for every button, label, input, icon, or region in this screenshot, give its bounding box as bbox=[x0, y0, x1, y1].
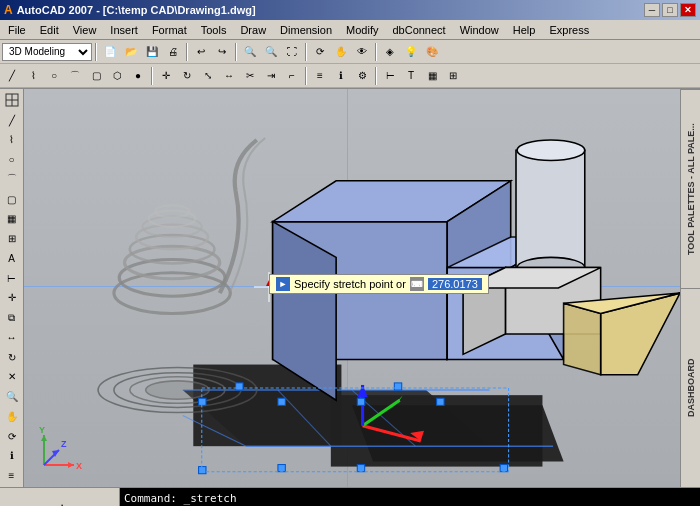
svg-rect-49 bbox=[437, 398, 444, 405]
menu-dimension[interactable]: Dimension bbox=[274, 22, 338, 38]
menu-window[interactable]: Window bbox=[454, 22, 505, 38]
tb-view[interactable]: 👁 bbox=[352, 42, 372, 62]
lt-rectangle[interactable]: ▢ bbox=[2, 190, 22, 209]
lt-erase[interactable]: ✕ bbox=[2, 368, 22, 387]
tb-circle[interactable]: ○ bbox=[44, 66, 64, 86]
lt-zoom[interactable]: 🔍 bbox=[2, 387, 22, 406]
canvas-area[interactable]: ► Specify stretch point or ⌨ 276.0173 X … bbox=[24, 89, 680, 487]
tb-zoom-in[interactable]: 🔍 bbox=[240, 42, 260, 62]
toolbar-sep6 bbox=[151, 67, 153, 85]
tb-zoom-out[interactable]: 🔍 bbox=[261, 42, 281, 62]
minimize-button[interactable]: ─ bbox=[644, 3, 660, 17]
lt-move[interactable]: ✛ bbox=[2, 289, 22, 308]
lt-block[interactable]: ⊞ bbox=[2, 229, 22, 248]
tb-extend[interactable]: ⇥ bbox=[261, 66, 281, 86]
tb-box[interactable]: ▢ bbox=[86, 66, 106, 86]
lt-arc[interactable]: ⌒ bbox=[2, 170, 22, 189]
lt-hatch[interactable]: ▦ bbox=[2, 210, 22, 229]
tb-redo[interactable]: ↪ bbox=[212, 42, 232, 62]
left-toolbar: ╱ ⌇ ○ ⌒ ▢ ▦ ⊞ A ⊢ ✛ ⧉ ↔ ↻ ✕ 🔍 ✋ ⟳ ℹ ≡ bbox=[0, 89, 24, 487]
tb-polyline[interactable]: ⌇ bbox=[23, 66, 43, 86]
tb-properties[interactable]: ℹ bbox=[331, 66, 351, 86]
tb-matchprop[interactable]: ⚙ bbox=[352, 66, 372, 86]
svg-rect-19 bbox=[516, 150, 585, 267]
workspace-dropdown[interactable]: 3D Modeling AutoCAD Classic 2D Drafting … bbox=[2, 43, 92, 61]
menu-draw[interactable]: Draw bbox=[234, 22, 272, 38]
command-window[interactable]: Command: _stretch Select objects to stre… bbox=[120, 488, 700, 506]
svg-marker-64 bbox=[41, 435, 47, 441]
lt-polyline[interactable]: ⌇ bbox=[2, 131, 22, 150]
command-panel-label: COMMA... bbox=[0, 488, 120, 506]
lt-pan[interactable]: ✋ bbox=[2, 407, 22, 426]
tb-sphere[interactable]: ● bbox=[128, 66, 148, 86]
main-area: ╱ ⌇ ○ ⌒ ▢ ▦ ⊞ A ⊢ ✛ ⧉ ↔ ↻ ✕ 🔍 ✋ ⟳ ℹ ≡ bbox=[0, 89, 700, 487]
menu-format[interactable]: Format bbox=[146, 22, 193, 38]
svg-marker-6 bbox=[352, 405, 564, 461]
lt-layer[interactable]: ≡ bbox=[2, 466, 22, 485]
maximize-button[interactable]: □ bbox=[662, 3, 678, 17]
lt-rotate[interactable]: ↻ bbox=[2, 348, 22, 367]
menu-tools[interactable]: Tools bbox=[195, 22, 233, 38]
ucs-icon: X Y Z bbox=[34, 425, 84, 477]
tb-open[interactable]: 📂 bbox=[121, 42, 141, 62]
toolbar-row1: 3D Modeling AutoCAD Classic 2D Drafting … bbox=[0, 40, 700, 64]
menu-bar: File Edit View Insert Format Tools Draw … bbox=[0, 20, 700, 40]
tb-pan[interactable]: ✋ bbox=[331, 42, 351, 62]
lt-circle[interactable]: ○ bbox=[2, 150, 22, 169]
toolbar-area: 3D Modeling AutoCAD Classic 2D Drafting … bbox=[0, 40, 700, 89]
lt-dim[interactable]: ⊢ bbox=[2, 269, 22, 288]
menu-file[interactable]: File bbox=[2, 22, 32, 38]
lt-stretch[interactable]: ↔ bbox=[2, 328, 22, 347]
tb-undo[interactable]: ↩ bbox=[191, 42, 211, 62]
close-button[interactable]: ✕ bbox=[680, 3, 696, 17]
tb-zoom-fit[interactable]: ⛶ bbox=[282, 42, 302, 62]
menu-view[interactable]: View bbox=[67, 22, 103, 38]
tb-stretch[interactable]: ↔ bbox=[219, 66, 239, 86]
window-title: AutoCAD 2007 - [C:\temp CAD\Drawing1.dwg… bbox=[17, 4, 256, 16]
tool-palettes-tab[interactable]: TOOL PALETTES - ALL PALE... bbox=[681, 89, 700, 288]
tb-hatch[interactable]: ▦ bbox=[422, 66, 442, 86]
tb-3dorbit[interactable]: ⟳ bbox=[310, 42, 330, 62]
tb-save[interactable]: 💾 bbox=[142, 42, 162, 62]
toolbar-sep7 bbox=[305, 67, 307, 85]
tb-new[interactable]: 📄 bbox=[100, 42, 120, 62]
title-bar: A AutoCAD 2007 - [C:\temp CAD\Drawing1.d… bbox=[0, 0, 700, 20]
tb-block[interactable]: ⊞ bbox=[443, 66, 463, 86]
menu-dbconnect[interactable]: dbConnect bbox=[386, 22, 451, 38]
menu-help[interactable]: Help bbox=[507, 22, 542, 38]
lt-line[interactable]: ╱ bbox=[2, 111, 22, 130]
tb-dim[interactable]: ⊢ bbox=[380, 66, 400, 86]
tb-material[interactable]: 🎨 bbox=[422, 42, 442, 62]
command-area: COMMA... Command: _stretch Select object… bbox=[0, 487, 700, 506]
menu-express[interactable]: Express bbox=[543, 22, 595, 38]
svg-marker-61 bbox=[68, 462, 74, 468]
tb-text[interactable]: T bbox=[401, 66, 421, 86]
tb-move[interactable]: ✛ bbox=[156, 66, 176, 86]
menu-edit[interactable]: Edit bbox=[34, 22, 65, 38]
viewport[interactable]: ► Specify stretch point or ⌨ 276.0173 X … bbox=[24, 89, 680, 487]
menu-modify[interactable]: Modify bbox=[340, 22, 384, 38]
title-bar-controls[interactable]: ─ □ ✕ bbox=[644, 3, 696, 17]
menu-insert[interactable]: Insert bbox=[104, 22, 144, 38]
cmd-line-1: Command: _stretch bbox=[124, 492, 696, 505]
svg-text:Z: Z bbox=[61, 439, 67, 449]
prompt-icon: ► bbox=[276, 277, 290, 291]
tb-trim[interactable]: ✂ bbox=[240, 66, 260, 86]
tb-render[interactable]: ◈ bbox=[380, 42, 400, 62]
tb-light[interactable]: 💡 bbox=[401, 42, 421, 62]
tb-arc[interactable]: ⌒ bbox=[65, 66, 85, 86]
tb-line[interactable]: ╱ bbox=[2, 66, 22, 86]
lt-copy[interactable]: ⧉ bbox=[2, 308, 22, 327]
tb-scale[interactable]: ⤡ bbox=[198, 66, 218, 86]
dashboard-tab[interactable]: DASHBOARD bbox=[681, 288, 700, 487]
tb-layer[interactable]: ≡ bbox=[310, 66, 330, 86]
tb-print[interactable]: 🖨 bbox=[163, 42, 183, 62]
tb-rotate[interactable]: ↻ bbox=[177, 66, 197, 86]
tb-cylinder[interactable]: ⬡ bbox=[107, 66, 127, 86]
svg-point-39 bbox=[146, 381, 209, 399]
svg-rect-55 bbox=[394, 383, 401, 390]
tb-fillet[interactable]: ⌐ bbox=[282, 66, 302, 86]
lt-orbit[interactable]: ⟳ bbox=[2, 427, 22, 446]
lt-props[interactable]: ℹ bbox=[2, 447, 22, 466]
lt-text[interactable]: A bbox=[2, 249, 22, 268]
